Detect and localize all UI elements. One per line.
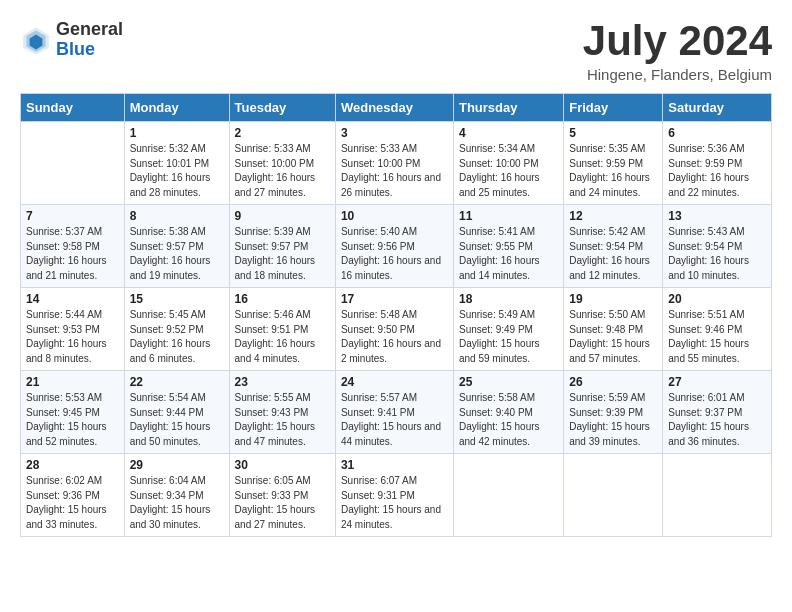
day-number: 1 <box>130 126 224 140</box>
calendar-cell: 25Sunrise: 5:58 AMSunset: 9:40 PMDayligh… <box>453 371 563 454</box>
calendar-cell: 5Sunrise: 5:35 AMSunset: 9:59 PMDaylight… <box>564 122 663 205</box>
calendar-cell: 2Sunrise: 5:33 AMSunset: 10:00 PMDayligh… <box>229 122 335 205</box>
day-info: Sunrise: 5:32 AMSunset: 10:01 PMDaylight… <box>130 142 224 200</box>
logo: General Blue <box>20 20 123 60</box>
day-number: 15 <box>130 292 224 306</box>
calendar-cell: 13Sunrise: 5:43 AMSunset: 9:54 PMDayligh… <box>663 205 772 288</box>
day-number: 5 <box>569 126 657 140</box>
calendar-cell: 24Sunrise: 5:57 AMSunset: 9:41 PMDayligh… <box>335 371 453 454</box>
day-info: Sunrise: 5:46 AMSunset: 9:51 PMDaylight:… <box>235 308 330 366</box>
day-number: 26 <box>569 375 657 389</box>
calendar-cell: 10Sunrise: 5:40 AMSunset: 9:56 PMDayligh… <box>335 205 453 288</box>
calendar-cell: 12Sunrise: 5:42 AMSunset: 9:54 PMDayligh… <box>564 205 663 288</box>
calendar-cell: 4Sunrise: 5:34 AMSunset: 10:00 PMDayligh… <box>453 122 563 205</box>
calendar-cell: 21Sunrise: 5:53 AMSunset: 9:45 PMDayligh… <box>21 371 125 454</box>
day-number: 25 <box>459 375 558 389</box>
calendar-cell: 26Sunrise: 5:59 AMSunset: 9:39 PMDayligh… <box>564 371 663 454</box>
calendar-week-row: 7Sunrise: 5:37 AMSunset: 9:58 PMDaylight… <box>21 205 772 288</box>
calendar-cell: 6Sunrise: 5:36 AMSunset: 9:59 PMDaylight… <box>663 122 772 205</box>
weekday-header: Friday <box>564 94 663 122</box>
weekday-header: Sunday <box>21 94 125 122</box>
calendar-week-row: 28Sunrise: 6:02 AMSunset: 9:36 PMDayligh… <box>21 454 772 537</box>
calendar-cell: 19Sunrise: 5:50 AMSunset: 9:48 PMDayligh… <box>564 288 663 371</box>
day-info: Sunrise: 5:40 AMSunset: 9:56 PMDaylight:… <box>341 225 448 283</box>
day-number: 13 <box>668 209 766 223</box>
day-info: Sunrise: 6:04 AMSunset: 9:34 PMDaylight:… <box>130 474 224 532</box>
day-info: Sunrise: 5:38 AMSunset: 9:57 PMDaylight:… <box>130 225 224 283</box>
day-number: 29 <box>130 458 224 472</box>
calendar-cell: 17Sunrise: 5:48 AMSunset: 9:50 PMDayligh… <box>335 288 453 371</box>
weekday-header: Monday <box>124 94 229 122</box>
calendar-week-row: 21Sunrise: 5:53 AMSunset: 9:45 PMDayligh… <box>21 371 772 454</box>
day-info: Sunrise: 5:48 AMSunset: 9:50 PMDaylight:… <box>341 308 448 366</box>
day-info: Sunrise: 5:35 AMSunset: 9:59 PMDaylight:… <box>569 142 657 200</box>
day-info: Sunrise: 5:59 AMSunset: 9:39 PMDaylight:… <box>569 391 657 449</box>
calendar-week-row: 1Sunrise: 5:32 AMSunset: 10:01 PMDayligh… <box>21 122 772 205</box>
day-number: 18 <box>459 292 558 306</box>
calendar-cell: 22Sunrise: 5:54 AMSunset: 9:44 PMDayligh… <box>124 371 229 454</box>
calendar-cell: 7Sunrise: 5:37 AMSunset: 9:58 PMDaylight… <box>21 205 125 288</box>
day-info: Sunrise: 6:05 AMSunset: 9:33 PMDaylight:… <box>235 474 330 532</box>
title-block: July 2024 Hingene, Flanders, Belgium <box>583 20 772 83</box>
calendar-table: SundayMondayTuesdayWednesdayThursdayFrid… <box>20 93 772 537</box>
day-info: Sunrise: 5:37 AMSunset: 9:58 PMDaylight:… <box>26 225 119 283</box>
day-number: 10 <box>341 209 448 223</box>
calendar-cell: 8Sunrise: 5:38 AMSunset: 9:57 PMDaylight… <box>124 205 229 288</box>
day-number: 27 <box>668 375 766 389</box>
calendar-cell <box>453 454 563 537</box>
weekday-header: Wednesday <box>335 94 453 122</box>
day-info: Sunrise: 5:50 AMSunset: 9:48 PMDaylight:… <box>569 308 657 366</box>
day-number: 30 <box>235 458 330 472</box>
logo-general: General <box>56 20 123 40</box>
day-number: 8 <box>130 209 224 223</box>
calendar-cell <box>564 454 663 537</box>
day-number: 9 <box>235 209 330 223</box>
day-info: Sunrise: 5:33 AMSunset: 10:00 PMDaylight… <box>341 142 448 200</box>
calendar-cell: 28Sunrise: 6:02 AMSunset: 9:36 PMDayligh… <box>21 454 125 537</box>
day-number: 22 <box>130 375 224 389</box>
day-info: Sunrise: 5:41 AMSunset: 9:55 PMDaylight:… <box>459 225 558 283</box>
day-number: 19 <box>569 292 657 306</box>
day-number: 12 <box>569 209 657 223</box>
day-number: 17 <box>341 292 448 306</box>
calendar-cell: 3Sunrise: 5:33 AMSunset: 10:00 PMDayligh… <box>335 122 453 205</box>
logo-text: General Blue <box>56 20 123 60</box>
day-info: Sunrise: 5:45 AMSunset: 9:52 PMDaylight:… <box>130 308 224 366</box>
day-info: Sunrise: 5:55 AMSunset: 9:43 PMDaylight:… <box>235 391 330 449</box>
calendar-cell: 30Sunrise: 6:05 AMSunset: 9:33 PMDayligh… <box>229 454 335 537</box>
day-info: Sunrise: 5:53 AMSunset: 9:45 PMDaylight:… <box>26 391 119 449</box>
day-number: 28 <box>26 458 119 472</box>
day-number: 23 <box>235 375 330 389</box>
month-title: July 2024 <box>583 20 772 62</box>
day-number: 4 <box>459 126 558 140</box>
day-info: Sunrise: 6:01 AMSunset: 9:37 PMDaylight:… <box>668 391 766 449</box>
calendar-cell <box>663 454 772 537</box>
day-info: Sunrise: 5:36 AMSunset: 9:59 PMDaylight:… <box>668 142 766 200</box>
day-info: Sunrise: 5:34 AMSunset: 10:00 PMDaylight… <box>459 142 558 200</box>
day-number: 16 <box>235 292 330 306</box>
day-number: 3 <box>341 126 448 140</box>
day-info: Sunrise: 5:33 AMSunset: 10:00 PMDaylight… <box>235 142 330 200</box>
day-info: Sunrise: 5:57 AMSunset: 9:41 PMDaylight:… <box>341 391 448 449</box>
day-info: Sunrise: 5:39 AMSunset: 9:57 PMDaylight:… <box>235 225 330 283</box>
day-info: Sunrise: 6:07 AMSunset: 9:31 PMDaylight:… <box>341 474 448 532</box>
calendar-cell: 11Sunrise: 5:41 AMSunset: 9:55 PMDayligh… <box>453 205 563 288</box>
day-number: 20 <box>668 292 766 306</box>
logo-icon <box>20 24 52 56</box>
weekday-header-row: SundayMondayTuesdayWednesdayThursdayFrid… <box>21 94 772 122</box>
day-number: 2 <box>235 126 330 140</box>
calendar-week-row: 14Sunrise: 5:44 AMSunset: 9:53 PMDayligh… <box>21 288 772 371</box>
day-number: 31 <box>341 458 448 472</box>
weekday-header: Saturday <box>663 94 772 122</box>
day-info: Sunrise: 5:44 AMSunset: 9:53 PMDaylight:… <box>26 308 119 366</box>
calendar-cell <box>21 122 125 205</box>
calendar-cell: 23Sunrise: 5:55 AMSunset: 9:43 PMDayligh… <box>229 371 335 454</box>
weekday-header: Thursday <box>453 94 563 122</box>
calendar-cell: 9Sunrise: 5:39 AMSunset: 9:57 PMDaylight… <box>229 205 335 288</box>
calendar-cell: 27Sunrise: 6:01 AMSunset: 9:37 PMDayligh… <box>663 371 772 454</box>
day-number: 14 <box>26 292 119 306</box>
calendar-cell: 15Sunrise: 5:45 AMSunset: 9:52 PMDayligh… <box>124 288 229 371</box>
day-info: Sunrise: 5:58 AMSunset: 9:40 PMDaylight:… <box>459 391 558 449</box>
day-number: 11 <box>459 209 558 223</box>
day-info: Sunrise: 5:51 AMSunset: 9:46 PMDaylight:… <box>668 308 766 366</box>
